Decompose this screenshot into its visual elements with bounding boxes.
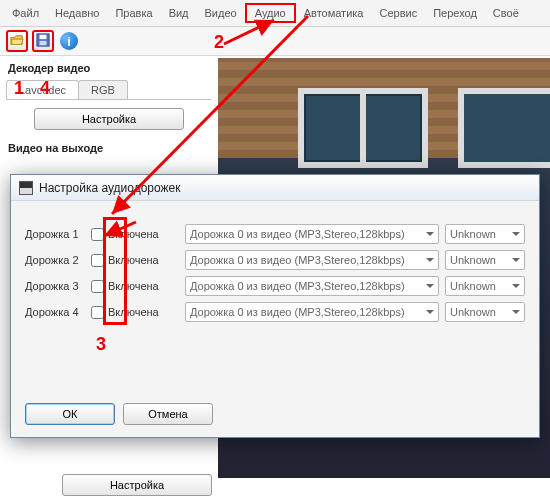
dialog-title-text: Настройка аудиодорожек xyxy=(39,181,181,195)
track-source-value: Дорожка 0 из видео (MP3,Stereo,128kbps) xyxy=(190,306,405,318)
menu-edit[interactable]: Правка xyxy=(107,5,160,21)
dialog-titlebar[interactable]: Настройка аудиодорожек xyxy=(11,175,539,201)
track-lang-value: Unknown xyxy=(450,228,496,240)
menu-recent[interactable]: Недавно xyxy=(47,5,107,21)
menu-automation[interactable]: Автоматика xyxy=(296,5,372,21)
track-source-value: Дорожка 0 из видео (MP3,Stereo,128kbps) xyxy=(190,280,405,292)
menu-file[interactable]: Файл xyxy=(4,5,47,21)
decoder-tab-rgb[interactable]: RGB xyxy=(78,80,128,99)
output-title: Видео на выходе xyxy=(6,138,211,158)
menu-own[interactable]: Своё xyxy=(485,5,527,21)
track-enabled-label: Включена xyxy=(108,306,159,318)
track-row: Дорожка 4 Включена Дорожка 0 из видео (M… xyxy=(25,299,525,325)
track-label: Дорожка 4 xyxy=(25,306,85,318)
dialog-buttons: ОК Отмена xyxy=(25,403,213,425)
decoder-tab-lavcodec[interactable]: Lavcodec xyxy=(6,80,79,99)
track-label: Дорожка 2 xyxy=(25,254,85,266)
info-icon: i xyxy=(60,32,78,50)
track-lang-select[interactable]: Unknown xyxy=(445,302,525,322)
open-button[interactable] xyxy=(6,30,28,52)
track-source-select[interactable]: Дорожка 0 из видео (MP3,Stereo,128kbps) xyxy=(185,302,439,322)
track-row: Дорожка 2 Включена Дорожка 0 из видео (M… xyxy=(25,247,525,273)
track-enabled-checkbox[interactable] xyxy=(91,254,104,267)
track-enabled-checkbox[interactable] xyxy=(91,280,104,293)
menu-service[interactable]: Сервис xyxy=(371,5,425,21)
toolbar: i xyxy=(0,27,550,56)
left-panel: Декодер видео Lavcodec RGB Настройка Вид… xyxy=(6,58,211,158)
track-label: Дорожка 3 xyxy=(25,280,85,292)
track-lang-value: Unknown xyxy=(450,280,496,292)
menu-view[interactable]: Вид xyxy=(161,5,197,21)
track-enabled-label: Включена xyxy=(108,228,159,240)
preview-window-graphic xyxy=(298,88,428,168)
track-row: Дорожка 3 Включена Дорожка 0 из видео (M… xyxy=(25,273,525,299)
track-source-value: Дорожка 0 из видео (MP3,Stereo,128kbps) xyxy=(190,228,405,240)
info-button[interactable]: i xyxy=(58,30,80,52)
preview-window-graphic-2 xyxy=(458,88,550,168)
save-button[interactable] xyxy=(32,30,54,52)
track-source-value: Дорожка 0 из видео (MP3,Stereo,128kbps) xyxy=(190,254,405,266)
track-row: Дорожка 1 Включена Дорожка 0 из видео (M… xyxy=(25,221,525,247)
ok-button[interactable]: ОК xyxy=(25,403,115,425)
track-enabled-checkbox[interactable] xyxy=(91,306,104,319)
menubar: Файл Недавно Правка Вид Видео Аудио Авто… xyxy=(0,0,550,27)
clapperboard-icon xyxy=(19,181,33,195)
track-enabled-label: Включена xyxy=(108,254,159,266)
decoder-tabs: Lavcodec RGB xyxy=(6,80,211,100)
decoder-config-button[interactable]: Настройка xyxy=(34,108,184,130)
track-lang-select[interactable]: Unknown xyxy=(445,250,525,270)
track-source-select[interactable]: Дорожка 0 из видео (MP3,Stereo,128kbps) xyxy=(185,224,439,244)
track-lang-select[interactable]: Unknown xyxy=(445,224,525,244)
track-source-select[interactable]: Дорожка 0 из видео (MP3,Stereo,128kbps) xyxy=(185,250,439,270)
track-enabled-label: Включена xyxy=(108,280,159,292)
track-lang-value: Unknown xyxy=(450,254,496,266)
folder-open-icon xyxy=(10,33,24,49)
track-label: Дорожка 1 xyxy=(25,228,85,240)
svg-rect-1 xyxy=(40,35,47,39)
decoder-title: Декодер видео xyxy=(6,58,211,78)
track-enabled-checkbox[interactable] xyxy=(91,228,104,241)
menu-audio[interactable]: Аудио xyxy=(245,3,296,23)
menu-video[interactable]: Видео xyxy=(197,5,245,21)
tracks-area: Дорожка 1 Включена Дорожка 0 из видео (M… xyxy=(25,221,525,325)
svg-rect-2 xyxy=(40,41,47,45)
track-lang-select[interactable]: Unknown xyxy=(445,276,525,296)
bottom-config-button[interactable]: Настройка xyxy=(62,474,212,496)
track-source-select[interactable]: Дорожка 0 из видео (MP3,Stereo,128kbps) xyxy=(185,276,439,296)
menu-goto[interactable]: Переход xyxy=(425,5,485,21)
floppy-save-icon xyxy=(36,33,50,49)
audio-tracks-dialog: Настройка аудиодорожек Дорожка 1 Включен… xyxy=(10,174,540,438)
cancel-button[interactable]: Отмена xyxy=(123,403,213,425)
track-lang-value: Unknown xyxy=(450,306,496,318)
